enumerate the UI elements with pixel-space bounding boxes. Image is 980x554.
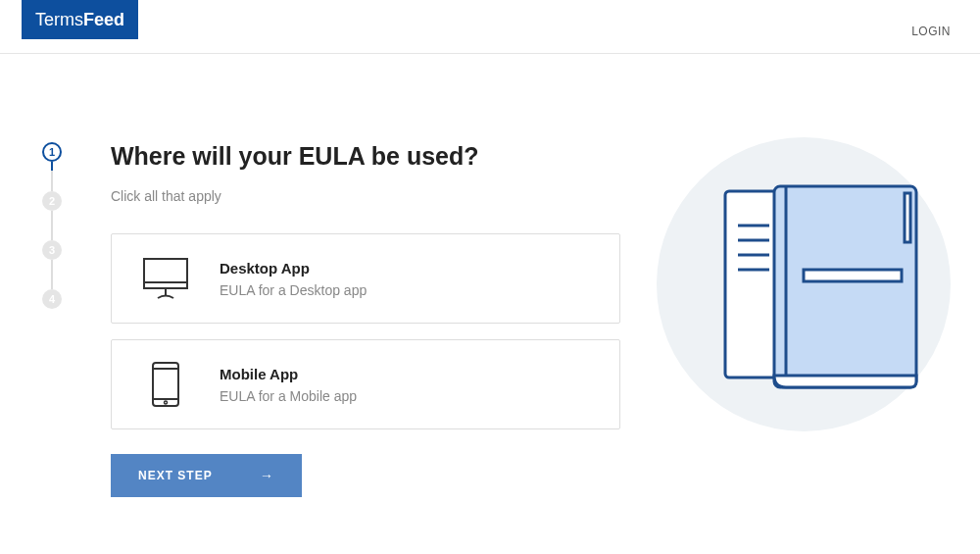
svg-rect-15 [804,270,902,281]
step-line [51,162,53,191]
logo-text-second: Feed [83,10,124,30]
step-line [51,260,53,289]
content: Where will your EULA be used? Click all … [67,142,615,497]
svg-point-6 [165,401,168,404]
step-line [51,211,53,240]
svg-rect-0 [144,259,187,288]
logo[interactable]: TermsFeed [22,0,138,39]
option-desktop-app[interactable]: Desktop App EULA for a Desktop app [111,233,620,324]
option-title: Desktop App [220,260,367,277]
page-subtitle: Click all that apply [111,188,615,204]
svg-rect-13 [774,186,916,387]
option-text: Desktop App EULA for a Desktop app [220,260,367,298]
stepper: 1 2 3 4 [37,142,67,497]
option-desc: EULA for a Mobile app [220,388,357,404]
desktop-icon [141,254,190,303]
option-text: Mobile App EULA for a Mobile app [220,366,357,404]
login-link[interactable]: LOGIN [911,0,951,38]
step-3: 3 [42,240,62,260]
option-mobile-app[interactable]: Mobile App EULA for a Mobile app [111,339,620,429]
option-desc: EULA for a Desktop app [220,282,367,298]
step-2: 2 [42,191,62,211]
next-step-button[interactable]: NEXT STEP → [111,454,302,497]
page-title: Where will your EULA be used? [111,142,615,171]
next-step-label: NEXT STEP [138,469,213,482]
logo-text-first: Terms [35,10,83,30]
illustration [652,132,956,436]
step-4: 4 [42,289,62,309]
step-1[interactable]: 1 [42,142,62,162]
mobile-icon [141,360,190,409]
option-title: Mobile App [220,366,357,382]
arrow-right-icon: → [260,468,274,483]
header: TermsFeed LOGIN [0,0,980,54]
svg-rect-16 [905,193,910,242]
